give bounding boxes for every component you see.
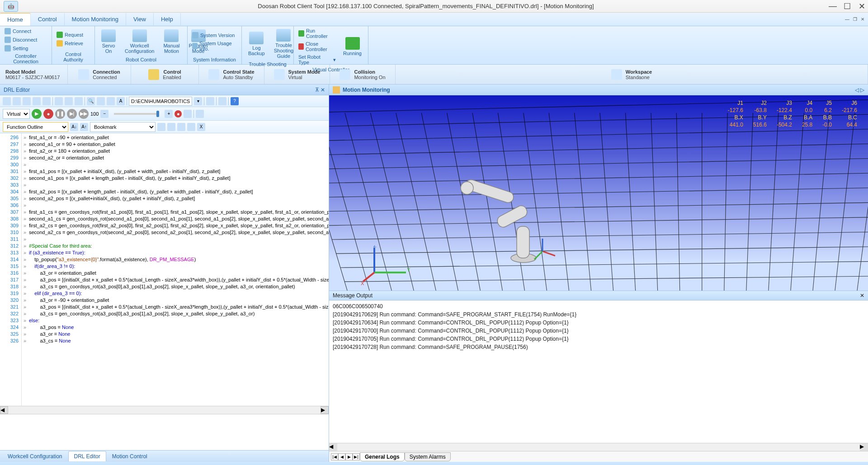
servo-icon (101, 29, 116, 42)
path-input[interactable] (129, 97, 192, 106)
save-icon[interactable] (23, 97, 31, 105)
drl-editor-panel: DRL Editor ⊼ ✕ 🔍 A ▾ ? (0, 85, 329, 462)
flag-icon[interactable] (184, 110, 192, 118)
font-icon[interactable]: A (117, 97, 125, 105)
redo-icon[interactable] (107, 97, 115, 105)
close-button[interactable]: ✕ (859, 4, 864, 9)
mdi-restore[interactable]: ❐ (853, 17, 857, 22)
tab-drl-editor[interactable]: DRL Editor (68, 451, 106, 461)
log-backup-button[interactable]: Log Backup (245, 30, 269, 58)
sort-desc-icon[interactable]: A↑ (80, 123, 88, 131)
system-version-button[interactable]: System Version (190, 31, 239, 39)
editor-hscroll[interactable]: ◀▶ (0, 406, 329, 414)
search-icon[interactable]: 🔍 (87, 97, 95, 105)
zoom-in-icon[interactable]: + (165, 110, 173, 118)
svg-rect-47 (517, 226, 529, 258)
pause-icon[interactable]: ❚❚ (55, 109, 65, 119)
tab-workcell-config[interactable]: Workcell Configuration (2, 451, 68, 462)
play-icon (298, 30, 304, 37)
motion-nav-icons[interactable]: ◁ ▷ (855, 87, 864, 93)
retrieve-button[interactable]: Retrieve (55, 39, 85, 47)
zoom-out-icon[interactable]: − (100, 110, 108, 118)
add-icon[interactable] (196, 110, 204, 118)
help-icon[interactable]: ? (231, 97, 239, 105)
paste-icon[interactable] (75, 97, 83, 105)
message-list[interactable]: 06C006C006500740[20190429170629] Run com… (329, 301, 868, 443)
record-icon[interactable]: ● (43, 109, 53, 119)
maximize-button[interactable]: ☐ (844, 4, 850, 9)
unpin-icon[interactable]: ⊼ ✕ (315, 87, 325, 93)
folder-icon[interactable] (206, 97, 214, 105)
workcell-config-button[interactable]: Workcell Configuration (121, 28, 158, 56)
tab-motion-control[interactable]: Motion Control (106, 451, 153, 462)
bookmark-tool-icon[interactable] (187, 123, 195, 131)
svg-line-42 (803, 113, 829, 291)
open-file-icon[interactable] (13, 97, 21, 105)
group-control-authority: Control Authority (55, 51, 92, 63)
request-button[interactable]: Request (55, 31, 85, 39)
function-outline-select[interactable]: Function Outline (3, 122, 68, 132)
mdi-minimize[interactable]: — (845, 17, 849, 22)
new-file-icon[interactable] (3, 97, 11, 105)
bookmark-clear-icon[interactable]: X (197, 123, 205, 131)
step-icon[interactable]: ▶| (67, 109, 77, 119)
disconnect-button[interactable]: Disconnect (3, 36, 39, 44)
msg-first-icon[interactable]: |◀ (331, 453, 338, 460)
svg-line-41 (783, 113, 804, 291)
tab-system-alarms[interactable]: System Alarms (405, 452, 451, 461)
refresh-icon[interactable] (218, 97, 226, 105)
retrieve-icon (57, 40, 63, 47)
bookmark-icon[interactable] (157, 123, 165, 131)
menu-view[interactable]: View (126, 13, 154, 25)
path-dropdown-icon[interactable]: ▾ (194, 97, 202, 105)
system-usage-button[interactable]: System Usage Info. (190, 40, 239, 52)
bookmark-next-icon[interactable] (167, 123, 175, 131)
svg-line-32 (575, 113, 601, 291)
joint-readout: J1J2J3J4J5J6-127.6-63.8-122.40.06.2-217.… (722, 99, 863, 129)
group-controller-connection: Controller Connection (3, 52, 49, 65)
tab-general-logs[interactable]: General Logs (360, 452, 405, 461)
mdi-close[interactable]: ✕ (861, 17, 864, 22)
code-editor[interactable]: 2962972982993003013023033043053063073083… (0, 133, 329, 406)
cut-icon[interactable] (55, 97, 63, 105)
run-controller-button[interactable]: Run Controller (297, 27, 338, 40)
ff-icon[interactable]: ▶▶ (79, 109, 89, 119)
group-system-information: System Information (190, 56, 239, 63)
servo-on-button[interactable]: Servo On (98, 28, 119, 56)
menu-motion-monitoring[interactable]: Motion Monitoring (65, 13, 126, 25)
bookmark-prev-icon[interactable] (177, 123, 185, 131)
svg-point-50 (461, 182, 473, 194)
minimize-button[interactable]: — (830, 4, 835, 9)
set-robot-type-button[interactable]: Set Robot Type ▾ (297, 53, 338, 66)
speed-slider[interactable] (114, 113, 159, 115)
sort-asc-icon[interactable]: A↓ (70, 123, 78, 131)
motion-viewport[interactable]: Z Y X J1J2J3J4J5J6-127.6-63.8-122.40.06.… (329, 95, 868, 291)
rec2-icon[interactable]: ● (175, 110, 182, 117)
usage-icon (192, 43, 198, 49)
copy-icon[interactable] (65, 97, 73, 105)
connect-button[interactable]: Connect (3, 27, 39, 35)
setting-button[interactable]: Setting (3, 44, 39, 52)
msg-last-icon[interactable]: ▶| (353, 453, 360, 460)
menu-help[interactable]: Help (154, 13, 181, 25)
save-all-icon[interactable] (33, 97, 41, 105)
msg-next-icon[interactable]: ▶ (345, 453, 353, 460)
print-icon[interactable] (42, 97, 51, 105)
close-controller-button[interactable]: Close Controller (297, 40, 338, 53)
play-icon[interactable]: ▶ (32, 109, 42, 119)
menu-home[interactable]: Home (0, 13, 31, 26)
group-robot-control: Robot Control (98, 56, 184, 63)
menu-control[interactable]: Control (31, 13, 65, 25)
bookmark-select[interactable]: Bookmark (90, 122, 156, 132)
running-button[interactable]: Running (340, 35, 365, 58)
svg-line-43 (823, 113, 855, 291)
menu-bar: Home Control Motion Monitoring View Help… (0, 13, 868, 26)
mode-select[interactable]: Virtual (3, 109, 30, 119)
undo-icon[interactable] (97, 97, 105, 105)
msg-prev-icon[interactable]: ◀ (338, 453, 345, 460)
msg-close-icon[interactable]: ✕ (860, 292, 864, 299)
troubleshooting-button[interactable]: Trouble Shooting Guide (270, 27, 297, 61)
manual-motion-button[interactable]: Manual Motion (160, 28, 183, 56)
status-robot-model: Robot ModelM0617 - SJZ3C7-M0617 (0, 65, 68, 84)
message-hscroll[interactable]: ◀▶ (329, 443, 868, 451)
